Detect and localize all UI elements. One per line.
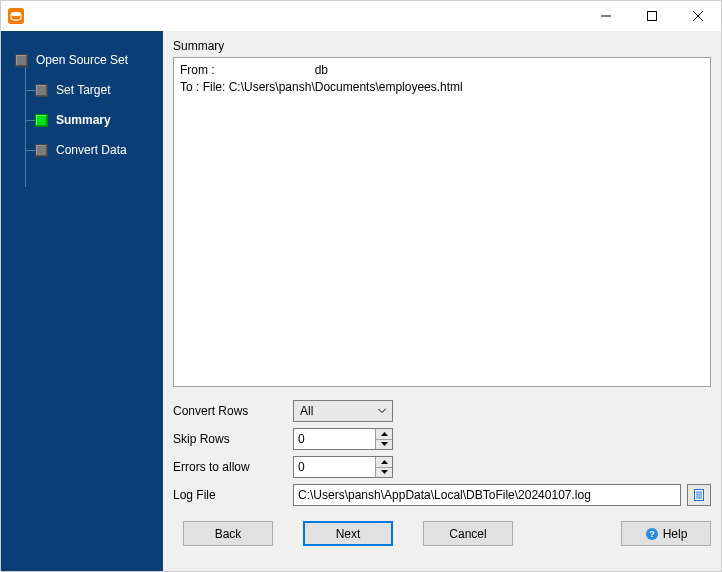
square-icon [35,144,48,157]
skip-rows-label: Skip Rows [173,432,293,446]
titlebar [1,1,721,31]
chevron-down-icon [378,409,386,414]
convert-rows-select[interactable]: All [293,400,393,422]
wizard-sidebar: Open Source Set Set Target Summary Conve… [1,31,163,571]
skip-rows-input[interactable] [294,429,375,449]
log-file-input[interactable] [293,484,681,506]
square-icon [35,114,48,127]
errors-input[interactable] [294,457,375,477]
sidebar-item-convert-data[interactable]: Convert Data [1,135,163,165]
sidebar-item-summary[interactable]: Summary [1,105,163,135]
help-button[interactable]: ? Help [621,521,711,546]
close-button[interactable] [675,1,721,31]
minimize-button[interactable] [583,1,629,31]
sidebar-item-label: Set Target [56,83,110,97]
browse-log-button[interactable] [687,484,711,506]
sidebar-item-open-source-set[interactable]: Open Source Set [1,45,163,75]
spin-down-button[interactable] [376,440,392,450]
errors-label: Errors to allow [173,460,293,474]
back-button[interactable]: Back [183,521,273,546]
document-icon [692,488,706,502]
errors-stepper[interactable] [293,456,393,478]
svg-point-1 [11,12,21,16]
window-controls [583,1,721,31]
next-button[interactable]: Next [303,521,393,546]
spin-up-button[interactable] [376,429,392,440]
sidebar-item-label: Convert Data [56,143,127,157]
app-icon [7,7,25,25]
options-form: Convert Rows All Skip Rows [163,387,721,509]
spin-down-button[interactable] [376,468,392,478]
sidebar-item-set-target[interactable]: Set Target [1,75,163,105]
svg-rect-6 [695,490,704,501]
summary-textarea[interactable]: From : db To : File: C:\Users\pansh\Docu… [173,57,711,387]
sidebar-item-label: Summary [56,113,111,127]
convert-rows-value: All [300,404,313,418]
cancel-button[interactable]: Cancel [423,521,513,546]
wizard-button-bar: Back Next Cancel ? Help [163,509,721,558]
help-icon: ? [645,527,659,541]
svg-text:?: ? [649,529,655,539]
square-icon [15,54,28,67]
main-panel: Summary From : db To : File: C:\Users\pa… [163,31,721,571]
panel-title: Summary [163,31,721,57]
square-icon [35,84,48,97]
sidebar-item-label: Open Source Set [36,53,128,67]
svg-rect-3 [648,12,657,21]
convert-rows-label: Convert Rows [173,404,293,418]
maximize-button[interactable] [629,1,675,31]
spin-up-button[interactable] [376,457,392,468]
log-file-label: Log File [173,488,293,502]
app-window: Open Source Set Set Target Summary Conve… [0,0,722,572]
skip-rows-stepper[interactable] [293,428,393,450]
